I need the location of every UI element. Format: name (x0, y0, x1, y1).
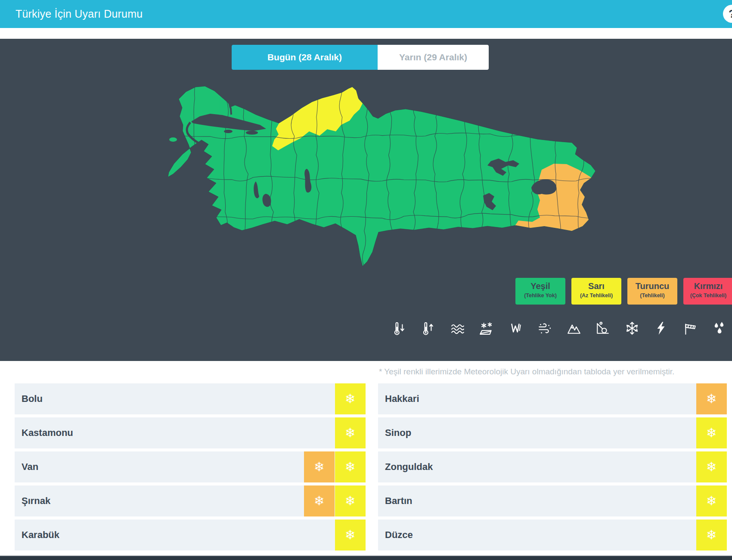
footer-bar (0, 556, 732, 560)
table-row-kastamonu[interactable]: Kastamonu ❄ (15, 417, 366, 448)
table-row-duzce[interactable]: Düzce ❄ (378, 520, 727, 551)
province-name: Bartın (378, 485, 696, 516)
warning-cell-orange: ❄ (304, 485, 335, 516)
warning-cell-yellow: ❄ (335, 417, 366, 448)
warning-cell-yellow: ❄ (335, 520, 366, 551)
frost-icon (509, 321, 523, 336)
legend-yellow-sub: (Az Tehlikeli) (571, 292, 621, 299)
warning-cell-orange: ❄ (304, 451, 335, 482)
low-temperature-icon (392, 321, 407, 336)
province-name: Karabük (15, 520, 335, 551)
warning-cell-yellow: ❄ (696, 451, 727, 482)
legend-orange: Turuncu (Tehlikeli) (627, 278, 677, 305)
warning-cell-yellow: ❄ (335, 485, 366, 516)
map-region-green[interactable] (168, 86, 596, 266)
warning-cell-yellow: ❄ (696, 520, 727, 551)
thunderstorm-icon (654, 321, 668, 336)
legend-green-sub: (Tehlike Yok) (515, 292, 565, 299)
table-row-sirnak[interactable]: Şırnak ❄❄ (15, 485, 366, 516)
high-temperature-icon (421, 321, 436, 336)
warning-cells: ❄❄ (304, 451, 366, 482)
province-name: Van (15, 451, 304, 482)
warning-cell-yellow: ❄ (335, 383, 366, 414)
icing-icon (479, 321, 494, 336)
warning-cells: ❄❄ (304, 485, 366, 516)
day-tabs: Bugün (28 Aralık) Yarın (29 Aralık) (232, 45, 489, 70)
blowing-snow-icon (537, 321, 552, 336)
warning-cells: ❄ (696, 417, 727, 448)
avalanche-icon (567, 321, 581, 336)
table-row-sinop[interactable]: Sinop ❄ (378, 417, 727, 448)
snow-icon (625, 321, 639, 336)
province-name: Sinop (378, 417, 696, 448)
lake-ulubat (224, 130, 233, 133)
legend-yellow: Sarı (Az Tehlikeli) (571, 278, 621, 305)
legend-green-name: Yeşil (515, 281, 565, 291)
warning-cells: ❄ (335, 417, 366, 448)
warning-cells: ❄ (696, 451, 727, 482)
lake-iznik (246, 131, 258, 135)
page-title: Türkiye İçin Uyarı Durumu (16, 0, 143, 28)
rain-icon (712, 321, 726, 336)
legend-red: Kırmızı (Çok Tehlikeli) (683, 278, 732, 305)
tab-tomorrow[interactable]: Yarın (29 Aralık) (378, 45, 489, 70)
warning-table-right-column: Hakkari ❄ Sinop ❄ Zonguldak ❄ Bartın ❄ D… (378, 383, 727, 554)
warning-cells: ❄ (696, 383, 727, 414)
province-name: Kastamonu (15, 417, 335, 448)
warning-cells: ❄ (696, 520, 727, 551)
legend-yellow-name: Sarı (571, 281, 621, 291)
table-row-karabuk[interactable]: Karabük ❄ (15, 520, 366, 551)
warning-cell-yellow: ❄ (696, 485, 727, 516)
table-row-van[interactable]: Van ❄❄ (15, 451, 366, 482)
legend-orange-name: Turuncu (627, 281, 677, 291)
warning-cells: ❄ (696, 485, 727, 516)
province-name: Şırnak (15, 485, 304, 516)
province-name: Zonguldak (378, 451, 696, 482)
rockfall-icon (596, 321, 610, 336)
legend-red-sub: (Çok Tehlikeli) (683, 292, 732, 299)
mgm-warning-page: { "header": { "title": "Türkiye İçin Uya… (0, 0, 732, 560)
warning-table-left-column: Bolu ❄ Kastamonu ❄ Van ❄❄ Şırnak ❄❄ Kara… (15, 383, 366, 554)
strong-wind-icon (683, 321, 698, 336)
header-bar: Türkiye İçin Uyarı Durumu (0, 0, 732, 28)
warning-cells: ❄ (335, 520, 366, 551)
warning-cell-orange: ❄ (696, 383, 727, 414)
warning-cells: ❄ (335, 383, 366, 414)
province-name: Hakkari (378, 383, 696, 414)
table-row-bartin[interactable]: Bartın ❄ (378, 485, 727, 516)
rough-sea-icon (450, 321, 465, 336)
table-row-zonguldak[interactable]: Zonguldak ❄ (378, 451, 727, 482)
turkey-warning-map[interactable] (164, 77, 599, 271)
table-row-bolu[interactable]: Bolu ❄ (15, 383, 366, 414)
legend-red-name: Kırmızı (683, 281, 732, 291)
table-row-hakkari[interactable]: Hakkari ❄ (378, 383, 727, 414)
legend-orange-sub: (Tehlikeli) (627, 292, 677, 299)
warning-map-section: Bugün (28 Aralık) Yarın (29 Aralık) (0, 39, 732, 361)
warning-cell-yellow: ❄ (335, 451, 366, 482)
province-name: Bolu (15, 383, 335, 414)
tab-today[interactable]: Bugün (28 Aralık) (232, 45, 378, 70)
warning-cell-yellow: ❄ (696, 417, 727, 448)
green-provinces-note: * Yeşil renkli illerimizde Meteorolojik … (379, 367, 674, 376)
province-name: Düzce (378, 520, 696, 551)
legend-green: Yeşil (Tehlike Yok) (515, 278, 565, 305)
